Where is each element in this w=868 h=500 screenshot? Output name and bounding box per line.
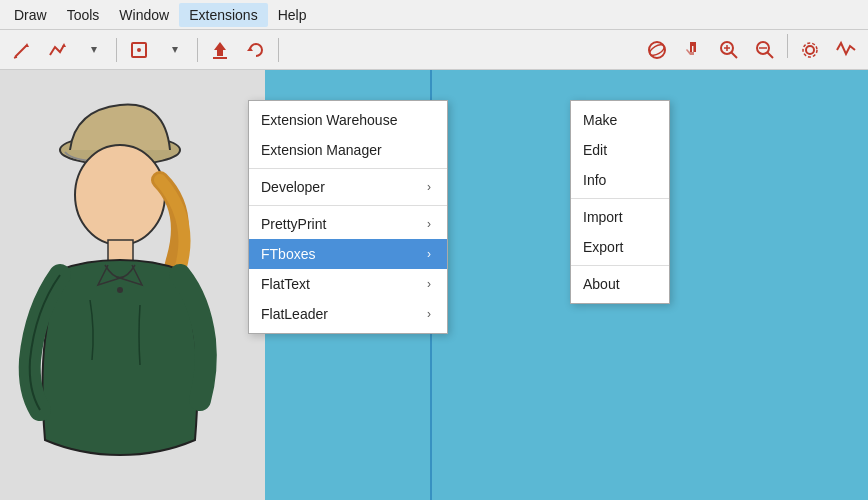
menu-developer[interactable]: Developer › bbox=[249, 172, 447, 202]
pencil-tool-2[interactable] bbox=[42, 34, 74, 66]
menu-tools[interactable]: Tools bbox=[57, 3, 110, 27]
ftboxes-info[interactable]: Info bbox=[571, 165, 669, 195]
arrow-dropdown-1[interactable] bbox=[78, 34, 110, 66]
svg-rect-9 bbox=[213, 57, 227, 59]
pan-tool[interactable] bbox=[677, 34, 709, 66]
svg-marker-10 bbox=[247, 47, 253, 51]
figure-illustration bbox=[0, 70, 265, 500]
menu-ftboxes[interactable]: FTboxes › bbox=[249, 239, 447, 269]
prettyprint-arrow: › bbox=[427, 217, 431, 231]
sep4 bbox=[787, 34, 788, 58]
svg-point-26 bbox=[117, 287, 123, 293]
rotate-tool[interactable] bbox=[240, 34, 272, 66]
settings-tool[interactable] bbox=[794, 34, 826, 66]
zoom-extents-tool[interactable] bbox=[749, 34, 781, 66]
menu-sep-2 bbox=[249, 205, 447, 206]
left-panel bbox=[0, 70, 265, 500]
menu-flattext[interactable]: FlatText › bbox=[249, 269, 447, 299]
menubar: Draw Tools Window Extensions Help bbox=[0, 0, 868, 30]
menu-window[interactable]: Window bbox=[109, 3, 179, 27]
svg-point-24 bbox=[75, 145, 165, 245]
svg-line-2 bbox=[14, 57, 17, 58]
menu-extensions[interactable]: Extensions bbox=[179, 3, 267, 27]
toolbar bbox=[0, 30, 868, 70]
menu-sep-1 bbox=[249, 168, 447, 169]
svg-marker-4 bbox=[91, 47, 97, 53]
svg-point-6 bbox=[137, 48, 141, 52]
extra-tool[interactable] bbox=[830, 34, 862, 66]
menu-flatleader[interactable]: FlatLeader › bbox=[249, 299, 447, 329]
svg-marker-3 bbox=[62, 43, 66, 47]
sep1 bbox=[116, 38, 117, 62]
flattext-arrow: › bbox=[427, 277, 431, 291]
ftboxes-export[interactable]: Export bbox=[571, 232, 669, 262]
select-tool[interactable] bbox=[123, 34, 155, 66]
svg-marker-8 bbox=[214, 42, 226, 56]
orbit-tool[interactable] bbox=[641, 34, 673, 66]
svg-marker-7 bbox=[172, 47, 178, 53]
svg-line-14 bbox=[731, 52, 737, 58]
ftboxes-edit[interactable]: Edit bbox=[571, 135, 669, 165]
extensions-dropdown: Extension Warehouse Extension Manager De… bbox=[248, 100, 448, 334]
ftboxes-about[interactable]: About bbox=[571, 269, 669, 299]
upload-tool[interactable] bbox=[204, 34, 236, 66]
menu-extension-warehouse[interactable]: Extension Warehouse bbox=[249, 105, 447, 135]
arrow-dropdown-2[interactable] bbox=[159, 34, 191, 66]
developer-arrow: › bbox=[427, 180, 431, 194]
main-canvas-area: Extension Warehouse Extension Manager De… bbox=[0, 70, 868, 500]
menu-extension-manager[interactable]: Extension Manager bbox=[249, 135, 447, 165]
ftboxes-sep-2 bbox=[571, 265, 669, 266]
ftboxes-sep-1 bbox=[571, 198, 669, 199]
sep2 bbox=[197, 38, 198, 62]
menu-draw[interactable]: Draw bbox=[4, 3, 57, 27]
ftboxes-submenu: Make Edit Info Import Export About bbox=[570, 100, 670, 304]
ftboxes-make[interactable]: Make bbox=[571, 105, 669, 135]
menu-help[interactable]: Help bbox=[268, 3, 317, 27]
sep3 bbox=[278, 38, 279, 62]
zoom-tool[interactable] bbox=[713, 34, 745, 66]
ftboxes-import[interactable]: Import bbox=[571, 202, 669, 232]
pencil-tool[interactable] bbox=[6, 34, 38, 66]
svg-point-20 bbox=[806, 46, 814, 54]
flatleader-arrow: › bbox=[427, 307, 431, 321]
ftboxes-arrow: › bbox=[427, 247, 431, 261]
menu-prettyprint[interactable]: PrettyPrint › bbox=[249, 209, 447, 239]
svg-line-18 bbox=[767, 52, 773, 58]
